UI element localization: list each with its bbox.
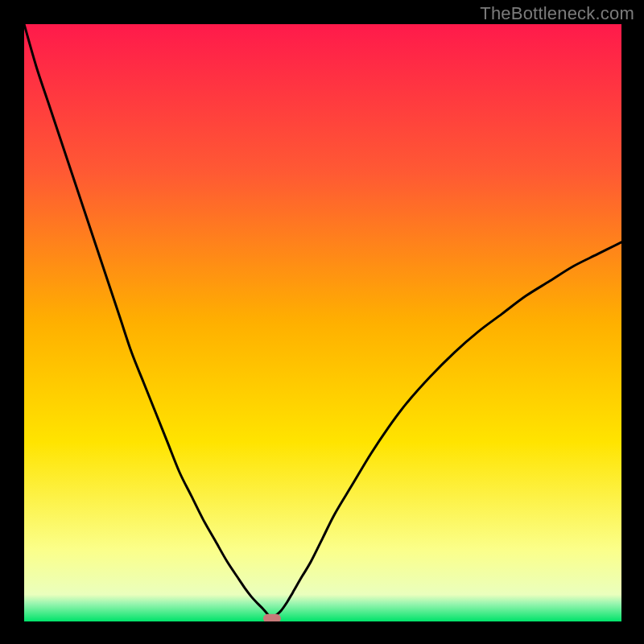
minimum-marker <box>263 614 281 621</box>
watermark-text: TheBottleneck.com <box>480 3 634 24</box>
gradient-background <box>24 24 621 621</box>
chart-frame: TheBottleneck.com <box>0 0 644 644</box>
bottleneck-chart <box>24 24 621 621</box>
